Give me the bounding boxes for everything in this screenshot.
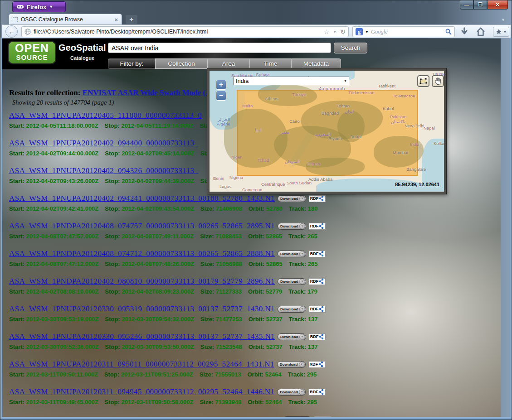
rdf-button[interactable]: RDF <box>309 251 326 257</box>
download-button[interactable]: Download▼ <box>278 223 306 230</box>
google-favicon[interactable]: g <box>356 28 363 35</box>
download-chevron-icon: ▼ <box>299 362 305 367</box>
bookmark-star-icon[interactable]: ☆ <box>324 28 330 35</box>
rdf-label: RDF <box>310 251 319 256</box>
product-link[interactable]: ASA_WSM_1PNUPA20120311_095011_0000007331… <box>9 360 274 369</box>
map-place-label: Pakistan <box>390 114 406 119</box>
logo-line2: SOURCE <box>9 54 55 61</box>
map-place-label: Addis Ababa <box>308 177 332 182</box>
map-place-label: South Sudan <box>287 180 312 185</box>
search-placeholder[interactable]: Google <box>371 29 443 35</box>
product-link[interactable]: ASA_WSM_1PNDPA20120408_074712_0000007331… <box>9 249 275 258</box>
results-heading-prefix: Results for collection: <box>9 88 83 97</box>
rdf-button[interactable]: RDF <box>309 306 326 313</box>
bookmarks-dropdown-icon: ▼ <box>503 30 507 34</box>
rdf-button[interactable]: RDF <box>308 389 326 396</box>
map-place-label: Cairo <box>289 119 300 124</box>
mask-icon <box>16 5 24 9</box>
download-chevron-icon: ▼ <box>299 306 305 312</box>
map-zoom-in-button[interactable]: + <box>216 80 226 90</box>
search-engine-dropdown-icon[interactable]: ▼ <box>365 30 369 34</box>
firefox-window: Firefox ▼ — ❐ ✕ OSGC Catalogue Browse × … <box>0 0 512 420</box>
filter-button-time[interactable]: Time <box>249 58 291 69</box>
rdf-button[interactable]: RDF <box>309 223 326 230</box>
back-button[interactable]: ← <box>5 25 18 38</box>
new-tab-button[interactable]: + <box>126 15 137 24</box>
result-metadata: Start: 2012-03-30T09:53:19.000ZStop: 201… <box>9 316 345 323</box>
tab-osgc-catalogue[interactable]: OSGC Catalogue Browse × <box>9 14 122 25</box>
tab-list-chevron-icon[interactable]: ▼ <box>501 18 505 22</box>
polygon-select-tool-button[interactable] <box>417 75 429 87</box>
magnifier-icon[interactable] <box>445 29 452 35</box>
product-link[interactable]: ASA_WSM_1PNUPA20120405_111800_0000007331… <box>9 111 202 120</box>
map-place-label: Türkmenistan <box>348 90 375 95</box>
product-link[interactable]: ASA_WSM_1PNDPA20120402_080810_0000007331… <box>9 277 275 286</box>
rdf-button[interactable]: RDF <box>309 278 326 285</box>
filter-button-metadata[interactable]: Metadata <box>291 58 341 69</box>
map-place-label: Lagos <box>219 184 231 189</box>
map-place-label: Algérie <box>217 121 230 126</box>
download-chevron-icon: ▼ <box>299 279 305 285</box>
download-button[interactable]: Download▼ <box>278 251 306 257</box>
bookmarks-menu-button[interactable]: ▼ <box>493 27 509 37</box>
results-summary: Showing 20 results of 147704 (page 1) <box>12 99 114 106</box>
download-button[interactable]: Download▼ <box>277 361 306 368</box>
download-button[interactable]: Download▼ <box>278 306 306 313</box>
rdf-button[interactable]: RDF <box>309 333 326 340</box>
pan-tool-button[interactable] <box>432 75 444 87</box>
rdf-graph-icon <box>319 389 324 395</box>
close-button[interactable]: ✕ <box>487 0 508 10</box>
download-button[interactable]: Download▼ <box>278 195 306 202</box>
browser-search-box[interactable]: g ▼ Google <box>352 26 455 37</box>
rdf-graph-icon <box>319 306 324 312</box>
open-source-logo[interactable]: OPEN SOURCE <box>9 42 55 63</box>
result-item: ASA_WSM_1PNUPA20120330_095236_0000007331… <box>9 331 345 359</box>
download-button[interactable]: Download▼ <box>278 333 306 340</box>
map-canvas[interactable]: + − India ▼ <box>210 71 444 192</box>
map-cursor-coordinates: 85.94239, 12.02641 <box>395 182 439 187</box>
map-land <box>306 158 365 176</box>
area-preset-dropdown[interactable]: India ▼ <box>233 77 349 85</box>
result-item: ASA_WSM_1PNUPA20120330_095319_0000007331… <box>9 304 345 331</box>
home-icon[interactable] <box>476 27 486 37</box>
map-zoom-out-button[interactable]: − <box>216 91 226 101</box>
reload-icon[interactable]: ↻ <box>340 28 346 35</box>
minimize-button[interactable]: — <box>460 0 473 10</box>
rdf-label: RDF <box>310 196 319 201</box>
download-button[interactable]: Download▼ <box>278 278 306 285</box>
restore-button[interactable]: ❐ <box>473 0 487 10</box>
product-link[interactable]: ASA_WSM_1PNUPA20120330_095319_0000007331… <box>9 304 275 314</box>
map-place-label: Baghdad <box>322 111 339 116</box>
url-bar[interactable]: file:///C:/Users/Salvatore Pinto/Desktop… <box>21 26 349 37</box>
url-dropdown-icon[interactable]: ▼ <box>333 30 336 34</box>
product-link[interactable]: ASA_WSM_1PNUPA20120402_094400_0000007331… <box>9 139 198 148</box>
firefox-menu-button[interactable]: Firefox ▼ <box>12 1 66 12</box>
product-link[interactable]: ASA_WSM_1PNUPA20120402_094241_0000007331… <box>9 194 275 203</box>
product-link[interactable]: ASA_WSM_1PNDPA20120408_074757_0000007331… <box>9 222 275 231</box>
map-place-label: Tehran <box>336 103 350 108</box>
brand-subtitle: Catalogue <box>70 55 94 61</box>
catalogue-search-input[interactable] <box>108 43 331 53</box>
result-item: ASA_WSM_1PNDPA20120408_074712_0000007331… <box>9 248 345 276</box>
globe-icon <box>24 29 31 35</box>
downloads-icon[interactable] <box>459 27 469 37</box>
map-place-label: Türkiye <box>292 92 306 97</box>
search-button[interactable]: Search <box>334 43 367 53</box>
map-place-label: باكستان <box>391 119 405 124</box>
rdf-button[interactable]: RDF <box>309 195 326 202</box>
window-frame-right <box>510 38 512 420</box>
download-button[interactable]: Download▼ <box>277 389 306 396</box>
product-link[interactable]: ASA_WSM_1PNUPA20120402_094326_0000007331… <box>9 166 198 175</box>
filter-button-filterby[interactable]: Filter by: <box>108 58 155 69</box>
rdf-button[interactable]: RDF <box>308 361 326 368</box>
product-link[interactable]: ASA_WSM_1PNUPA20120311_094945_0000007331… <box>9 387 274 396</box>
map-place-label: Benin <box>213 176 224 181</box>
collection-link[interactable]: ENVISAT ASAR Wide Swath Mode (ASA <box>83 88 221 97</box>
filter-button-area[interactable]: Area <box>207 58 249 69</box>
tab-close-icon[interactable]: × <box>114 16 118 23</box>
url-text[interactable]: file:///C:/Users/Salvatore Pinto/Desktop… <box>34 29 321 35</box>
result-metadata: Start: 2012-03-11T09:50:11.000ZStop: 201… <box>9 371 345 378</box>
filter-button-collection[interactable]: Collection <box>155 58 207 69</box>
download-label: Download <box>280 362 298 367</box>
product-link[interactable]: ASA_WSM_1PNUPA20120330_095236_0000007331… <box>9 332 275 341</box>
